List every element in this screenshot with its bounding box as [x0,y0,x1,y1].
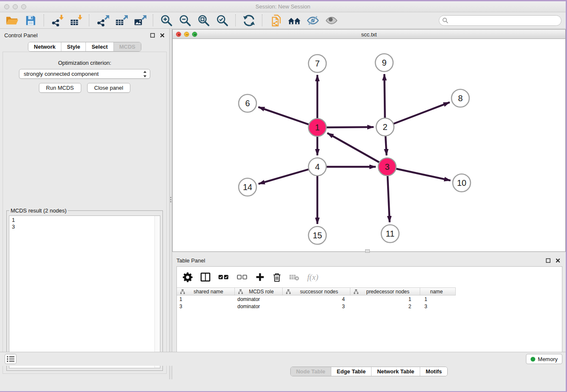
open-session-icon [6,14,19,27]
create-column-button[interactable] [256,273,264,282]
zoom-selected-icon [216,14,229,27]
import-network-button[interactable] [49,13,66,28]
graph-node-3[interactable]: 3 [378,158,396,176]
graph-node-10[interactable]: 10 [453,174,471,192]
column-header-label: shared name [185,289,234,295]
table-cell[interactable]: 1 [177,296,235,303]
network-window-title: scc.txt [173,31,565,38]
result-list-item[interactable]: 1 [9,216,160,224]
graph-node-1[interactable]: 1 [308,119,326,136]
control-panel: Control Panel NetworkStyleSelectMCDS Opt… [0,29,169,379]
search-icon [442,17,449,24]
graph-node-2[interactable]: 2 [376,118,394,136]
memory-button[interactable]: Memory [526,354,562,364]
graph-edge-3-1[interactable] [328,133,387,167]
graph-node-7[interactable]: 7 [308,55,326,72]
hide-all-columns-button[interactable] [237,274,248,280]
run-mcds-button[interactable]: Run MCDS [39,83,81,93]
graph-edge-2-8[interactable] [385,102,450,127]
graph-node-15[interactable]: 15 [308,226,326,244]
column-header-shared-name[interactable]: shared name [177,288,235,295]
export-network-button[interactable] [94,13,111,28]
graph-node-14[interactable]: 14 [239,178,256,196]
hide-selected-button[interactable] [304,13,321,28]
svg-text:14: 14 [243,182,252,192]
horizontal-splitter-handle[interactable] [365,249,370,253]
float-table-panel-icon[interactable] [545,257,551,263]
table-cell[interactable]: 3 [283,303,350,310]
float-panel-icon[interactable] [149,32,155,38]
graph-node-6[interactable]: 6 [239,94,256,112]
column-header-name[interactable]: name [420,288,456,295]
create-column-icon [256,273,264,282]
graph-node-4[interactable]: 4 [308,158,326,176]
tab-network[interactable]: Network [28,42,61,51]
zoom-selected-button[interactable] [214,13,231,28]
table-settings-button[interactable] [183,272,193,282]
mcds-panel: Optimization criterion: strongly connect… [3,52,167,374]
tab-mcds[interactable]: MCDS [113,42,141,51]
export-table-button[interactable] [113,13,129,28]
split-panel-icon [201,273,210,282]
table-cell[interactable]: 4 [283,296,350,303]
graph-node-9[interactable]: 9 [375,54,393,72]
save-session-button[interactable] [22,13,39,28]
graph-node-11[interactable]: 11 [381,225,399,243]
refresh-icon [242,14,256,27]
search-input[interactable] [439,15,561,26]
memory-status-icon [531,357,535,362]
optimization-criterion-label: Optimization criterion: [3,60,166,66]
zoom-in-button[interactable] [158,13,175,28]
delete-column-button[interactable] [272,273,281,282]
table-cell[interactable]: dominator [235,303,283,310]
table-row[interactable]: 1dominator411 [177,296,456,303]
column-header-successor-nodes[interactable]: successor nodes [283,288,350,295]
zoom-fit-button[interactable] [195,13,212,28]
graph-edge-3-10[interactable] [387,167,451,180]
table-cell[interactable]: 1 [420,296,456,303]
table-header-row: shared nameMCDS rolesuccessor nodesprede… [177,287,456,295]
first-neighbors-button[interactable] [286,13,303,28]
export-table-icon [115,14,128,27]
split-panel-button[interactable] [201,273,210,282]
import-table-button[interactable] [67,13,84,28]
svg-text:11: 11 [386,229,395,238]
table-cell[interactable]: 3 [177,303,235,310]
close-table-panel-icon[interactable] [555,257,561,263]
result-list-item[interactable]: 3 [9,224,160,230]
panel-splitter[interactable] [169,29,172,379]
control-panel-tabs: NetworkStyleSelectMCDS [0,42,169,52]
show-graphics-details-button[interactable] [323,13,340,28]
network-canvas[interactable]: 7968124314101511 [173,39,565,251]
svg-text:7: 7 [315,59,319,68]
close-panel-button[interactable]: Close panel [87,83,131,93]
memory-label: Memory [538,356,558,362]
table-cell[interactable]: 2 [350,303,420,310]
close-panel-icon[interactable] [159,32,165,38]
table-cell[interactable]: 1 [350,296,420,303]
table-row[interactable]: 3dominator323 [177,303,456,310]
tab-style[interactable]: Style [61,42,85,51]
status-bar-region: Memory [0,352,566,391]
optimization-criterion-select[interactable]: strongly connected component [19,69,150,79]
tab-select[interactable]: Select [85,42,113,51]
zoom-fit-icon [197,14,210,27]
result-scrollbar[interactable] [154,216,160,368]
show-all-columns-button[interactable] [218,274,229,280]
svg-text:8: 8 [458,94,462,103]
svg-text:15: 15 [313,231,322,240]
table-cell[interactable]: 3 [420,303,456,310]
refresh-button[interactable] [240,13,257,28]
export-image-button[interactable] [131,13,148,28]
new-network-from-selection-button[interactable] [267,13,284,28]
save-session-icon [24,14,37,27]
network-window-titlebar: scc.txt [173,30,565,39]
column-header-predecessor-nodes[interactable]: predecessor nodes [350,288,420,295]
task-history-button[interactable] [5,354,17,364]
function-icon: f(x) [307,273,318,282]
zoom-out-button[interactable] [176,13,193,28]
table-cell[interactable]: dominator [235,296,283,303]
column-header-MCDS-role[interactable]: MCDS role [235,288,283,295]
open-session-button[interactable] [3,13,20,28]
graph-node-8[interactable]: 8 [451,89,469,107]
